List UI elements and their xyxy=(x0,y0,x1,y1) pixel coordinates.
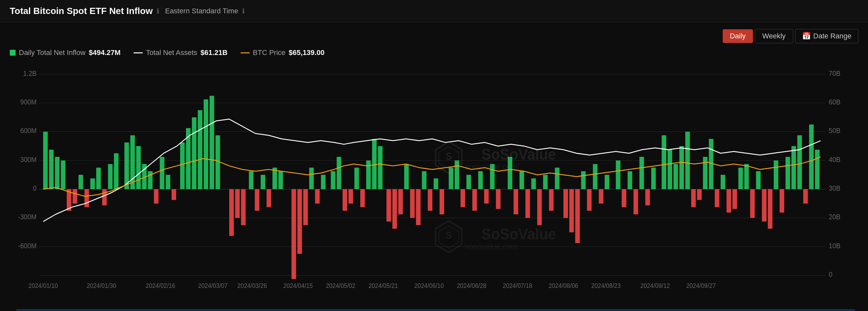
svg-rect-39 xyxy=(136,146,141,189)
svg-text:2024/08/06: 2024/08/06 xyxy=(549,282,578,289)
daily-button[interactable]: Daily xyxy=(723,29,753,43)
svg-rect-50 xyxy=(204,99,208,189)
svg-rect-123 xyxy=(679,146,684,189)
svg-text:-600M: -600M xyxy=(18,242,36,250)
svg-rect-132 xyxy=(733,189,737,209)
svg-text:SoSoValue: SoSoValue xyxy=(482,225,556,243)
svg-text:20B: 20B xyxy=(829,213,840,221)
assets-legend-label: Total Net Assets xyxy=(146,49,197,57)
svg-rect-135 xyxy=(750,189,754,218)
svg-rect-73 xyxy=(360,189,365,207)
svg-rect-92 xyxy=(478,171,483,189)
svg-rect-112 xyxy=(605,175,609,189)
svg-text:600M: 600M xyxy=(20,126,36,134)
svg-rect-78 xyxy=(393,189,397,229)
svg-rect-86 xyxy=(439,189,444,215)
svg-rect-68 xyxy=(331,171,336,189)
svg-rect-138 xyxy=(768,189,772,229)
svg-text:2024/09/12: 2024/09/12 xyxy=(641,282,670,289)
svg-rect-117 xyxy=(640,157,644,189)
svg-rect-46 xyxy=(180,142,185,189)
svg-rect-82 xyxy=(416,189,421,225)
svg-rect-24 xyxy=(43,132,48,189)
main-chart-svg: 1.2B 900M 600M 300M 0 -300M -600M 70B 60… xyxy=(13,63,858,308)
page-title: Total Bitcoin Spot ETF Net Inflow xyxy=(10,6,153,16)
svg-rect-72 xyxy=(354,168,359,189)
svg-text:sosovalue.com: sosovalue.com xyxy=(465,242,518,251)
svg-rect-124 xyxy=(685,132,690,189)
inflow-swatch xyxy=(10,50,16,56)
svg-rect-105 xyxy=(563,189,568,218)
date-range-label: Date Range xyxy=(813,32,851,40)
svg-rect-27 xyxy=(61,160,65,189)
svg-text:sosovalue.com: sosovalue.com xyxy=(465,162,518,171)
btc-legend-item: BTC Price $65,139.00 xyxy=(241,49,324,57)
svg-rect-29 xyxy=(72,189,77,204)
svg-rect-109 xyxy=(587,189,592,211)
title-info-icon[interactable]: ℹ xyxy=(157,7,159,15)
svg-text:50B: 50B xyxy=(829,126,840,134)
svg-rect-43 xyxy=(160,157,164,189)
svg-rect-62 xyxy=(291,189,296,279)
assets-legend-item: Total Net Assets $61.21B xyxy=(134,49,227,57)
svg-rect-144 xyxy=(803,189,808,204)
svg-text:2024/01/10: 2024/01/10 xyxy=(28,282,58,289)
svg-rect-66 xyxy=(315,189,319,204)
svg-rect-111 xyxy=(599,189,603,204)
svg-rect-114 xyxy=(622,189,626,207)
legend-row: Daily Total Net Inflow $494.27M Total Ne… xyxy=(10,49,858,57)
svg-rect-142 xyxy=(791,146,796,189)
svg-rect-137 xyxy=(762,189,767,222)
svg-rect-93 xyxy=(484,189,489,204)
svg-rect-140 xyxy=(780,189,784,213)
inflow-legend-label: Daily Total Net Inflow xyxy=(19,49,86,57)
svg-text:2024/06/28: 2024/06/28 xyxy=(457,282,486,289)
svg-rect-64 xyxy=(303,189,308,225)
header-bar: Total Bitcoin Spot ETF Net Inflow ℹ East… xyxy=(0,0,868,23)
svg-rect-99 xyxy=(525,189,530,218)
svg-rect-67 xyxy=(321,175,326,189)
watermark-group: S SoSoValue sosovalue.com xyxy=(436,142,556,173)
svg-rect-85 xyxy=(434,178,438,189)
svg-text:2024/05/02: 2024/05/02 xyxy=(326,282,355,289)
calendar-icon: 📅 xyxy=(802,32,811,40)
svg-rect-115 xyxy=(628,171,632,189)
svg-rect-61 xyxy=(278,171,283,189)
svg-rect-48 xyxy=(192,117,196,189)
svg-rect-98 xyxy=(520,171,524,189)
svg-rect-116 xyxy=(633,189,638,215)
chart-area: 1.2B 900M 600M 300M 0 -300M -600M 70B 60… xyxy=(13,63,858,308)
date-range-button[interactable]: 📅 Date Range xyxy=(795,29,858,43)
svg-text:2024/04/15: 2024/04/15 xyxy=(283,282,313,289)
svg-text:SoSoValue: SoSoValue xyxy=(482,145,556,163)
inflow-legend-value: $494.27M xyxy=(89,49,121,57)
svg-text:1.2B: 1.2B xyxy=(23,69,36,77)
svg-rect-97 xyxy=(514,189,518,215)
svg-rect-88 xyxy=(455,160,459,189)
svg-rect-70 xyxy=(343,189,347,211)
svg-rect-74 xyxy=(366,160,371,189)
svg-rect-26 xyxy=(55,157,60,189)
weekly-button[interactable]: Weekly xyxy=(755,29,793,43)
svg-text:0: 0 xyxy=(829,270,832,278)
svg-rect-90 xyxy=(466,175,471,189)
svg-rect-130 xyxy=(721,175,725,189)
svg-rect-58 xyxy=(261,175,265,189)
svg-text:30B: 30B xyxy=(829,184,840,192)
controls-row: Daily Weekly 📅 Date Range xyxy=(10,29,858,43)
svg-rect-65 xyxy=(309,168,314,189)
svg-text:0: 0 xyxy=(33,184,36,192)
svg-rect-113 xyxy=(616,160,620,189)
scrollbar-area[interactable] xyxy=(16,309,855,311)
svg-rect-59 xyxy=(267,189,271,207)
svg-rect-118 xyxy=(645,189,650,206)
svg-rect-107 xyxy=(575,189,580,243)
svg-rect-71 xyxy=(348,189,353,204)
svg-rect-45 xyxy=(172,189,176,200)
svg-rect-95 xyxy=(496,189,500,209)
svg-rect-129 xyxy=(715,189,719,207)
svg-text:2024/05/21: 2024/05/21 xyxy=(368,282,398,289)
svg-text:2024/08/23: 2024/08/23 xyxy=(591,282,621,289)
svg-rect-146 xyxy=(815,150,819,189)
timezone-info-icon[interactable]: ℹ xyxy=(242,7,245,15)
